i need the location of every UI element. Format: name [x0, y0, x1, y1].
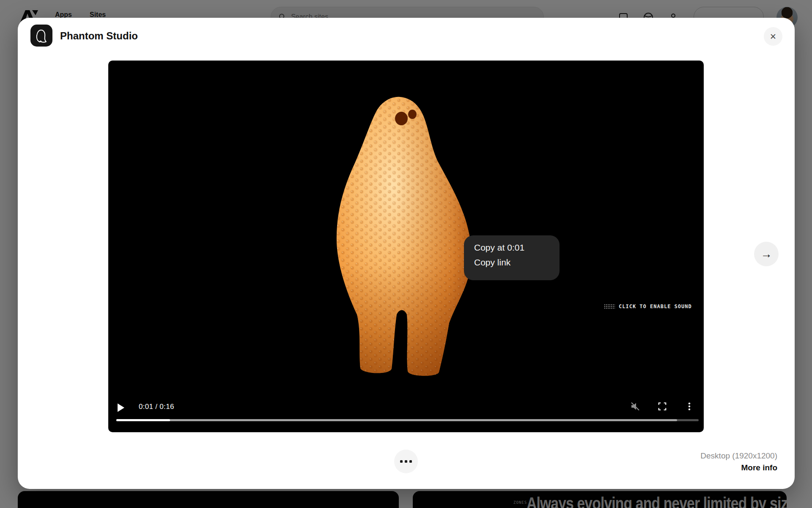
- video-controls-right: [630, 401, 695, 412]
- enable-sound-label: CLICK TO ENABLE SOUND: [619, 304, 692, 309]
- time-display: 0:01 / 0:16: [139, 403, 174, 411]
- muted-speaker-icon: [630, 401, 640, 411]
- device-label: Desktop (812x508): [700, 451, 777, 461]
- play-button[interactable]: [115, 401, 128, 413]
- mute-button[interactable]: [630, 401, 641, 412]
- creature-eye-left: [395, 112, 408, 125]
- menu-item-copy-link[interactable]: Copy link: [474, 257, 560, 268]
- ellipsis-button[interactable]: [394, 450, 418, 473]
- studio-logo: [30, 25, 52, 47]
- dot-grid-icon: [604, 304, 615, 309]
- modal-title: Phantom Studio: [60, 30, 138, 42]
- fullscreen-icon: [658, 402, 667, 411]
- video-frame-creature: [108, 61, 704, 432]
- next-button[interactable]: →: [754, 242, 779, 266]
- progress-played: [116, 419, 170, 421]
- preview-modal: Phantom Studio ✕: [18, 18, 795, 489]
- progress-buffered: [116, 419, 677, 421]
- close-button[interactable]: ✕: [764, 27, 782, 46]
- creature-eye-right: [408, 110, 417, 119]
- menu-item-copy-at-time[interactable]: Copy at 0:01: [474, 243, 560, 253]
- ellipsis-icon: [400, 460, 403, 463]
- ghost-creature-icon: [34, 28, 49, 43]
- more-info-link[interactable]: More info: [741, 463, 778, 472]
- progress-bar[interactable]: [116, 419, 699, 421]
- video-more-button[interactable]: [684, 401, 695, 412]
- screen: Apps Sites: [0, 0, 812, 508]
- video-player[interactable]: Copy at 0:01 Copy link CLICK TO ENABLE S…: [108, 61, 704, 432]
- context-menu: Copy at 0:01 Copy link: [464, 235, 560, 280]
- kebab-menu-icon: [685, 402, 694, 411]
- play-icon: [118, 403, 124, 412]
- fullscreen-button[interactable]: [657, 401, 668, 412]
- enable-sound-hint[interactable]: CLICK TO ENABLE SOUND: [604, 304, 692, 309]
